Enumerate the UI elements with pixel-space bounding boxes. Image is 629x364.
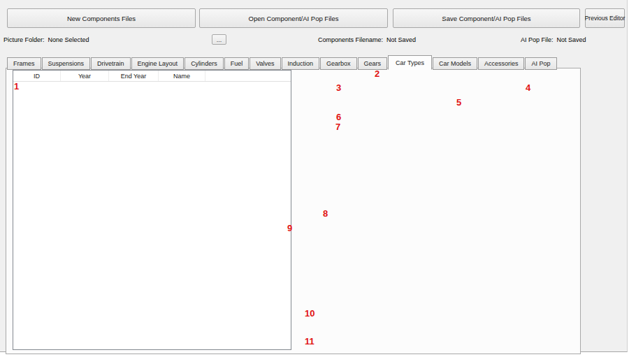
ai-pop-file-value: Not Saved bbox=[557, 36, 586, 43]
tab-car-types[interactable]: Car Types bbox=[388, 55, 432, 70]
picture-folder-label: Picture Folder: bbox=[3, 36, 45, 43]
tab-valves[interactable]: Valves bbox=[250, 57, 280, 70]
tab-gears[interactable]: Gears bbox=[358, 57, 388, 70]
column-header-year[interactable]: Year bbox=[61, 71, 109, 81]
column-header-empty bbox=[205, 71, 291, 81]
picture-folder-value: None Selected bbox=[48, 36, 89, 43]
tab-induction[interactable]: Induction bbox=[282, 57, 320, 70]
tab-gearbox[interactable]: Gearbox bbox=[320, 57, 357, 70]
vehicle-type-list-header: ID Year End Year Name bbox=[13, 71, 291, 82]
tab-car-models[interactable]: Car Models bbox=[433, 57, 477, 70]
column-header-id[interactable]: ID bbox=[13, 71, 61, 81]
ai-pop-file-status: AI Pop File: Not Saved bbox=[521, 36, 586, 43]
tab-fuel[interactable]: Fuel bbox=[224, 57, 250, 70]
tab-frames[interactable]: Frames bbox=[7, 57, 41, 70]
components-filename-value: Not Saved bbox=[386, 36, 416, 43]
tab-suspensions[interactable]: Suspensions bbox=[42, 57, 91, 70]
column-header-name[interactable]: Name bbox=[159, 71, 205, 81]
ai-pop-file-label: AI Pop File: bbox=[521, 36, 554, 43]
column-header-end-year[interactable]: End Year bbox=[109, 71, 159, 81]
save-component-files-button[interactable]: Save Component/AI Pop Files bbox=[393, 8, 580, 28]
tab-cylinders[interactable]: Cylinders bbox=[185, 57, 224, 70]
new-components-files-button[interactable]: New Components Files bbox=[7, 8, 196, 28]
tab-drivetrain[interactable]: Drivetrain bbox=[91, 57, 131, 70]
open-component-files-button[interactable]: Open Component/AI Pop Files bbox=[199, 8, 388, 28]
previous-editor-button[interactable]: Previous Editor bbox=[585, 8, 625, 28]
components-filename-label: Components Filename: bbox=[318, 36, 383, 43]
browse-folder-button[interactable]: ... bbox=[212, 34, 226, 45]
app-window: New Components Files Open Component/AI P… bbox=[0, 0, 629, 364]
components-filename-status: Components Filename: Not Saved bbox=[318, 36, 416, 43]
tab-engine-layout[interactable]: Engine Layout bbox=[131, 57, 185, 70]
tab-accessories[interactable]: Accessories bbox=[478, 57, 525, 70]
tab-ai-pop[interactable]: AI Pop bbox=[525, 57, 556, 70]
editor-tab-strip: Frames Suspensions Drivetrain Engine Lay… bbox=[7, 55, 558, 70]
picture-folder-status: Picture Folder: None Selected bbox=[3, 36, 89, 43]
vehicle-type-list[interactable]: ID Year End Year Name bbox=[13, 70, 291, 350]
